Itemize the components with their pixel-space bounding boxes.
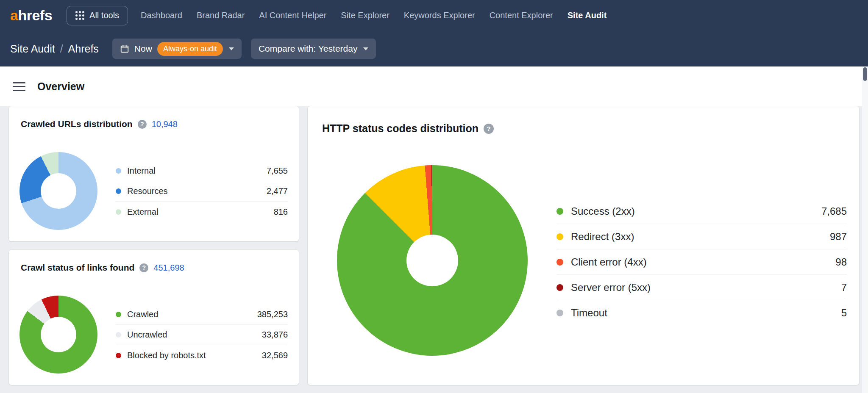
nav-item-keywords-explorer[interactable]: Keywords Explorer bbox=[404, 11, 475, 20]
compare-with-button[interactable]: Compare with: Yesterday bbox=[251, 39, 376, 59]
legend-item-resources[interactable]: Resources 2,477 bbox=[116, 181, 288, 202]
legend-item-server-error-5xx[interactable]: Server error (5xx) 7 bbox=[556, 275, 847, 300]
legend-item-client-error-4xx[interactable]: Client error (4xx) 98 bbox=[556, 249, 847, 275]
card-title: HTTP status codes distribution bbox=[322, 122, 479, 135]
nav-item-site-explorer[interactable]: Site Explorer bbox=[341, 11, 389, 20]
date-picker-button[interactable]: Now Always-on audit bbox=[112, 39, 242, 59]
legend-item-success-2xx[interactable]: Success (2xx) 7,685 bbox=[556, 199, 847, 224]
legend-color-dot bbox=[116, 332, 121, 338]
breadcrumb: Site Audit / Ahrefs bbox=[10, 43, 99, 55]
menu-icon[interactable] bbox=[13, 82, 25, 91]
calendar-icon bbox=[120, 44, 129, 53]
legend-label: External bbox=[127, 207, 274, 217]
card-http-status-codes: HTTP status codes distribution ? Success… bbox=[308, 106, 859, 385]
card-title: Crawl status of links found bbox=[21, 263, 134, 273]
legend-item-timeout[interactable]: Timeout 5 bbox=[556, 300, 847, 326]
help-icon[interactable]: ? bbox=[484, 124, 494, 134]
crawled-urls-legend: Internal 7,655 Resources 2,477 External … bbox=[116, 161, 288, 222]
legend-color-dot bbox=[116, 168, 121, 174]
legend-value: 7 bbox=[841, 282, 847, 293]
legend-color-dot bbox=[556, 259, 563, 266]
navbar-row-secondary: Site Audit / Ahrefs Now Always-on audit … bbox=[0, 31, 868, 66]
compare-label: Compare with: Yesterday bbox=[259, 44, 357, 54]
legend-color-dot bbox=[116, 188, 121, 194]
legend-color-dot bbox=[556, 233, 563, 240]
legend-color-dot bbox=[116, 209, 121, 215]
legend-value: 7,655 bbox=[267, 166, 288, 176]
http-status-donut-chart[interactable] bbox=[337, 165, 528, 356]
crawled-urls-total-link[interactable]: 10,948 bbox=[152, 119, 178, 129]
legend-value: 987 bbox=[830, 231, 847, 243]
help-icon[interactable]: ? bbox=[138, 120, 147, 129]
legend-value: 2,477 bbox=[267, 186, 288, 196]
legend-label: Redirect (3xx) bbox=[571, 231, 830, 243]
legend-item-redirect-3xx[interactable]: Redirect (3xx) 987 bbox=[556, 224, 847, 249]
breadcrumb-separator: / bbox=[60, 43, 63, 55]
legend-item-blocked-robots[interactable]: Blocked by robots.txt 32,569 bbox=[116, 345, 288, 365]
breadcrumb-section[interactable]: Site Audit bbox=[10, 43, 55, 55]
nav-item-brand-radar[interactable]: Brand Radar bbox=[197, 11, 245, 20]
always-on-audit-badge: Always-on audit bbox=[157, 42, 223, 56]
legend-value: 7,685 bbox=[821, 205, 847, 217]
logo-rest: hrefs bbox=[18, 7, 52, 23]
crawl-status-total-link[interactable]: 451,698 bbox=[153, 263, 184, 273]
breadcrumb-project[interactable]: Ahrefs bbox=[68, 43, 99, 55]
crawl-status-donut-chart[interactable] bbox=[19, 296, 97, 374]
legend-label: Server error (5xx) bbox=[571, 282, 841, 293]
top-navbar: ahrefs All tools Dashboard Brand Radar A… bbox=[0, 0, 868, 66]
legend-label: Timeout bbox=[571, 307, 841, 319]
card-header: HTTP status codes distribution ? bbox=[308, 106, 859, 135]
nav-item-ai-content-helper[interactable]: AI Content Helper bbox=[259, 11, 326, 20]
card-crawled-urls-distribution: Crawled URLs distribution ? 10,948 Inter… bbox=[9, 106, 299, 241]
card-header: Crawled URLs distribution ? 10,948 bbox=[9, 106, 299, 129]
nav-item-content-explorer[interactable]: Content Explorer bbox=[490, 11, 553, 20]
legend-item-external[interactable]: External 816 bbox=[116, 202, 288, 222]
logo-letter-a: a bbox=[10, 7, 18, 23]
legend-value: 816 bbox=[274, 207, 288, 217]
nav-item-site-audit[interactable]: Site Audit bbox=[568, 11, 607, 20]
legend-label: Uncrawled bbox=[127, 330, 262, 340]
legend-value: 5 bbox=[841, 307, 847, 319]
page-title: Overview bbox=[37, 80, 84, 93]
legend-color-dot bbox=[116, 353, 121, 358]
card-crawl-status: Crawl status of links found ? 451,698 Cr… bbox=[9, 250, 299, 385]
legend-color-dot bbox=[556, 208, 563, 215]
main-nav: Dashboard Brand Radar AI Content Helper … bbox=[141, 11, 606, 20]
page-header: Overview bbox=[0, 66, 868, 106]
ahrefs-logo[interactable]: ahrefs bbox=[10, 7, 52, 24]
scrollbar-thumb[interactable] bbox=[863, 67, 867, 81]
legend-item-internal[interactable]: Internal 7,655 bbox=[116, 161, 288, 181]
crawled-urls-donut-chart[interactable] bbox=[19, 152, 97, 230]
legend-label: Internal bbox=[127, 166, 267, 176]
legend-label: Resources bbox=[127, 186, 267, 196]
legend-label: Client error (4xx) bbox=[571, 256, 835, 268]
help-icon[interactable]: ? bbox=[139, 263, 148, 272]
legend-label: Crawled bbox=[127, 310, 257, 319]
legend-item-uncrawled[interactable]: Uncrawled 33,876 bbox=[116, 325, 288, 345]
chevron-down-icon bbox=[229, 47, 234, 50]
navbar-row-primary: ahrefs All tools Dashboard Brand Radar A… bbox=[0, 0, 868, 31]
crawl-status-legend: Crawled 385,253 Uncrawled 33,876 Blocked… bbox=[116, 304, 288, 365]
legend-item-crawled[interactable]: Crawled 385,253 bbox=[116, 304, 288, 325]
legend-label: Success (2xx) bbox=[571, 205, 821, 217]
legend-color-dot bbox=[556, 310, 563, 316]
legend-color-dot bbox=[556, 284, 563, 291]
legend-color-dot bbox=[116, 312, 121, 317]
card-title: Crawled URLs distribution bbox=[21, 119, 133, 129]
card-header: Crawl status of links found ? 451,698 bbox=[9, 250, 299, 273]
legend-value: 385,253 bbox=[257, 310, 288, 319]
legend-value: 33,876 bbox=[262, 330, 288, 340]
nav-item-dashboard[interactable]: Dashboard bbox=[141, 11, 182, 20]
date-label: Now bbox=[134, 44, 152, 54]
grid-icon bbox=[75, 11, 84, 20]
legend-value: 32,569 bbox=[262, 351, 288, 360]
legend-value: 98 bbox=[835, 256, 847, 268]
legend-label: Blocked by robots.txt bbox=[127, 351, 262, 360]
scrollbar-track[interactable] bbox=[862, 66, 868, 393]
all-tools-button[interactable]: All tools bbox=[67, 6, 128, 25]
chevron-down-icon bbox=[363, 47, 368, 50]
all-tools-label: All tools bbox=[89, 11, 119, 20]
http-status-legend: Success (2xx) 7,685 Redirect (3xx) 987 C… bbox=[556, 199, 847, 326]
